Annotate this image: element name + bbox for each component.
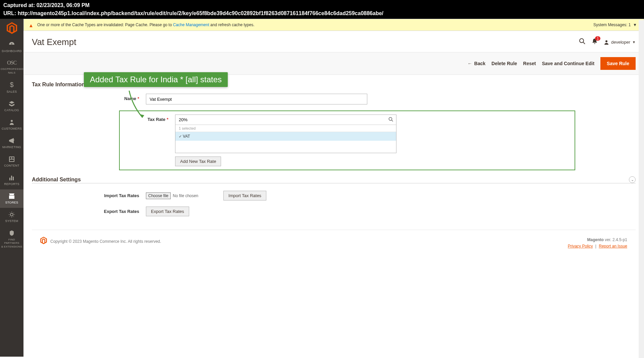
action-bar: ← Back Delete Rule Reset Save and Contin… [23,52,644,75]
notification-badge: 1 [595,36,600,41]
svg-point-0 [11,120,13,122]
stores-icon [8,193,15,199]
svg-rect-5 [9,178,10,180]
sidebar-item-reports[interactable]: REPORTS [0,171,23,189]
sidebar-item-content[interactable]: CONTENT [0,152,23,171]
svg-rect-7 [13,177,14,180]
tax-rate-option-vat[interactable]: VAT [175,132,396,141]
svg-point-11 [605,40,607,42]
save-rule-button[interactable]: Save Rule [600,57,636,70]
report-issue-link[interactable]: Report an Issue [599,244,627,249]
svg-rect-3 [12,157,14,159]
tax-rate-multiselect: 1 selected VAT [175,115,396,153]
arrow-left-icon: ← [468,61,472,66]
annotation-arrow [126,89,149,123]
chevron-down-icon: ▼ [632,40,636,44]
system-messages-count[interactable]: System Messages: 1 ▼ [593,23,637,27]
admin-sidebar: DASHBOARD OSC OSCPROFESSIONALS $ SALES C… [0,19,23,357]
tax-rate-search-input[interactable] [175,115,396,125]
svg-point-9 [580,39,584,43]
search-icon[interactable] [579,38,586,46]
user-menu[interactable]: developer ▼ [604,40,636,45]
copyright-text: Copyright © 2023 Magento Commerce Inc. A… [50,239,161,244]
export-tax-rates-row: Export Tax Rates Export Tax Rates [32,207,636,216]
warning-icon: ▲ [29,23,34,28]
catalog-icon [8,100,15,107]
dollar-icon: $ [1,81,23,89]
sidebar-item-system[interactable]: SYSTEM [0,208,23,226]
sidebar-item-dashboard[interactable]: DASHBOARD [0,38,23,56]
name-field-row: Name* [32,94,636,104]
captured-bar: Captured at: 02/23/2023, 06:09 PM URL: h… [0,0,644,19]
reports-icon [8,174,15,181]
additional-settings-toggle[interactable]: Additional Settings ⌄ [32,176,636,183]
form-area: Added Tax Rule for India * [all] states … [23,75,644,263]
export-tax-rates-button[interactable]: Export Tax Rates [146,207,189,216]
magento-logo-small-icon [40,237,47,246]
save-continue-button[interactable]: Save and Continue Edit [542,61,594,66]
system-icon [8,211,15,218]
customers-icon [8,119,15,126]
import-tax-rates-row: Import Tax Rates Choose file No file cho… [32,191,636,200]
sidebar-item-stores[interactable]: STORES [0,189,23,208]
user-icon [604,40,609,45]
svg-rect-2 [10,157,11,159]
sidebar-item-catalog[interactable]: CATALOG [0,97,23,116]
notifications-icon[interactable]: 1 [592,38,598,46]
svg-line-10 [583,42,585,44]
sidebar-item-partners[interactable]: FIND PARTNERS& EXTENSIONS [0,226,23,252]
chevron-down-icon: ⌄ [629,176,636,183]
page-footer: Copyright © 2023 Magento Commerce Inc. A… [32,230,636,256]
tax-rate-selection-count: 1 selected [175,125,396,132]
marketing-icon [8,137,15,144]
page-title: Vat Exempt [32,37,76,47]
captured-url: URL: http://magento245p1.local/index.php… [3,9,641,17]
back-button[interactable]: ← Back [468,61,485,66]
main-content: ▲ One or more of the Cache Types are inv… [23,19,644,357]
captured-timestamp: Captured at: 02/23/2023, 06:09 PM [3,1,641,9]
tax-rate-options-empty [175,141,396,153]
osc-icon: OSC [1,60,23,66]
name-input[interactable] [146,94,367,104]
partners-icon [8,230,15,236]
annotation-callout: Added Tax Rule for India * [all] states [84,72,228,87]
export-tax-rates-label: Export Tax Rates [32,207,146,214]
svg-point-12 [389,118,392,121]
sidebar-item-oscprofessionals[interactable]: OSC OSCPROFESSIONALS [0,56,23,78]
svg-point-8 [10,213,13,216]
delete-rule-button[interactable]: Delete Rule [491,61,517,66]
scrollbar[interactable] [639,20,644,357]
search-icon[interactable] [388,117,393,123]
import-tax-rates-label: Import Tax Rates [32,191,146,198]
sidebar-item-marketing[interactable]: MARKETING [0,134,23,152]
privacy-policy-link[interactable]: Privacy Policy [568,244,593,249]
add-new-tax-rate-button[interactable]: Add New Tax Rate [175,156,221,166]
cache-management-link[interactable]: Cache Management [173,23,209,27]
version-text: ver. 2.4.5-p1 [604,237,627,242]
svg-rect-6 [11,176,12,180]
dashboard-icon [8,41,15,48]
sidebar-item-customers[interactable]: CUSTOMERS [0,116,23,134]
file-chosen-label: No file chosen [173,193,198,198]
content-icon [8,156,15,163]
svg-rect-4 [10,160,14,161]
page-header: Vat Exempt 1 developer ▼ [23,31,644,52]
choose-file-button[interactable]: Choose file [146,192,171,199]
system-message-text: One or more of the Cache Types are inval… [37,23,255,27]
magento-logo-icon [6,22,18,34]
system-message-bar: ▲ One or more of the Cache Types are inv… [23,19,644,31]
sidebar-item-sales[interactable]: $ SALES [0,78,23,97]
additional-settings-heading: Additional Settings [32,177,81,183]
reset-button[interactable]: Reset [523,61,536,66]
magento-label: Magento [587,237,604,242]
tax-rate-highlight-box: Tax Rate* 1 selected [119,110,575,170]
import-tax-rates-button[interactable]: Import Tax Rates [223,191,266,200]
header-actions: 1 developer ▼ [579,38,636,46]
svg-line-13 [392,120,393,122]
